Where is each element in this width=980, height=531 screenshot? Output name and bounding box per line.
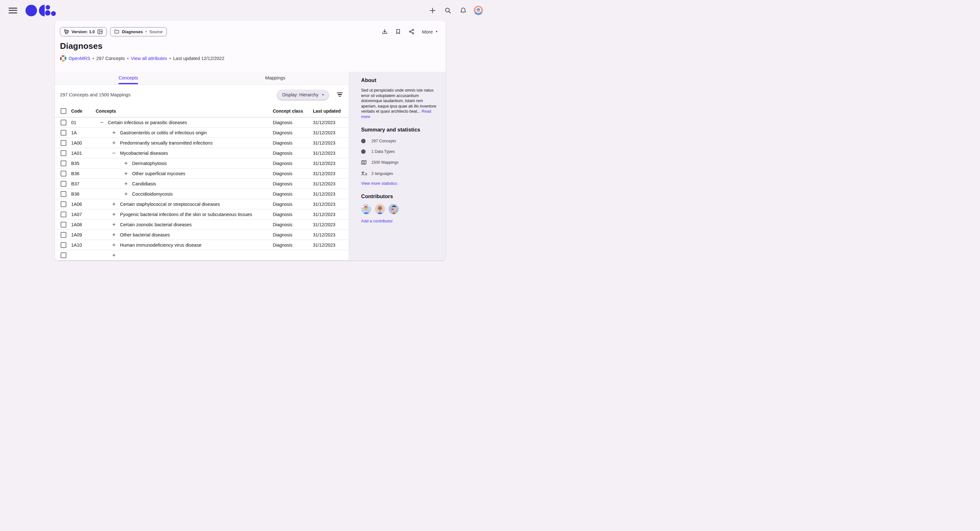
share-icon[interactable] [406, 27, 417, 37]
concept-code: 1A10 [71, 242, 96, 248]
view-attributes-link[interactable]: View all attributes [131, 56, 167, 61]
expand-icon[interactable]: + [111, 140, 116, 145]
expand-icon[interactable]: + [124, 171, 129, 176]
hamburger-menu-icon[interactable] [9, 8, 17, 13]
stat-mappings: 1500 Mappings [361, 160, 438, 165]
circle-icon [361, 139, 368, 143]
concept-name: Coccidioidomycosis [132, 191, 173, 196]
row-checkbox[interactable] [60, 222, 66, 228]
table-row[interactable]: + [55, 250, 349, 260]
table-row[interactable]: B35 + Dermatophytosis Diagnosis 31/12/20… [55, 158, 349, 169]
table-row[interactable]: B36 + Other superficial mycoses Diagnosi… [55, 169, 349, 179]
table-header-row: Code Concepts Concept class Last updated [55, 105, 349, 118]
bookmark-icon[interactable] [393, 27, 404, 37]
concept-name: Gastroenteritis or colitis of infectious… [120, 130, 207, 135]
concept-last-updated: 31/12/2023 [313, 130, 349, 135]
row-checkbox[interactable] [60, 120, 66, 125]
stat-concepts: 297 Concepts [361, 139, 438, 143]
stat-data-types: 1 Data Types [361, 149, 438, 154]
table-row[interactable]: 1A09 + Other bacterial diseases Diagnosi… [55, 230, 349, 240]
about-text: Sed ut perspiciatis unde omnis iste natu… [361, 88, 438, 120]
expand-icon[interactable]: + [111, 242, 116, 248]
concepts-count: 297 Concepts [96, 56, 125, 61]
row-checkbox[interactable] [60, 191, 66, 197]
row-checkbox[interactable] [60, 171, 66, 177]
table-row[interactable]: 1A01 − Mycobacterial diseases Diagnosis … [55, 148, 349, 158]
concept-code: 1A08 [71, 222, 96, 227]
ocl-logo[interactable] [25, 5, 54, 16]
concept-name: Other superficial mycoses [132, 171, 185, 176]
download-icon[interactable] [379, 27, 390, 37]
expand-icon[interactable]: + [111, 222, 116, 227]
expand-icon[interactable]: + [124, 161, 129, 166]
table-row[interactable]: 01 − Certain infectious or parasitic dis… [55, 118, 349, 128]
row-checkbox[interactable] [60, 232, 66, 238]
table-row[interactable]: 1A07 + Pyogenic bacterial infections of … [55, 209, 349, 220]
notifications-bell-icon[interactable] [458, 5, 469, 16]
main-panel: Concepts Mappings 297 Concepts and 1500 … [55, 72, 349, 260]
expand-icon[interactable]: + [111, 232, 116, 238]
table-row[interactable]: B38 + Coccidioidomycosis Diagnosis 31/12… [55, 189, 349, 199]
contributor-avatar[interactable] [361, 204, 371, 214]
source-card: Version: 1.0 Diagnoses • Source [55, 21, 445, 260]
expand-icon[interactable]: + [111, 130, 116, 135]
card-header: Version: 1.0 Diagnoses • Source [55, 21, 445, 72]
concept-code: 1A06 [71, 202, 96, 207]
collapse-icon[interactable]: − [111, 151, 116, 156]
table-row[interactable]: 1A + Gastroenteritis or colitis of infec… [55, 128, 349, 138]
more-button[interactable]: More ▾ [422, 29, 438, 35]
row-checkbox[interactable] [60, 161, 66, 166]
expand-icon[interactable]: + [124, 191, 129, 196]
user-avatar[interactable] [474, 6, 483, 15]
row-checkbox[interactable] [60, 150, 66, 156]
row-checkbox[interactable] [60, 201, 66, 207]
add-contributor-link[interactable]: Add a contributor [361, 218, 393, 223]
owner-link[interactable]: OpenMRS [68, 56, 90, 61]
expand-icon[interactable]: + [111, 212, 116, 217]
add-icon[interactable] [427, 5, 438, 16]
concept-name: Other bacterial diseases [120, 232, 170, 238]
contributor-avatar[interactable] [388, 204, 399, 214]
expand-icon[interactable]: + [111, 253, 116, 258]
contributor-avatar[interactable] [375, 204, 385, 214]
concept-last-updated: 31/12/2023 [313, 181, 349, 187]
expand-icon[interactable]: + [124, 181, 129, 187]
tab-concepts[interactable]: Concepts [55, 72, 202, 84]
concept-last-updated: 31/12/2023 [313, 222, 349, 227]
concept-last-updated: 31/12/2023 [313, 140, 349, 145]
hierarchy-icon [64, 29, 69, 34]
about-title: About [361, 77, 438, 83]
row-checkbox[interactable] [60, 130, 66, 136]
view-more-statistics-link[interactable]: View more statistics [361, 181, 397, 186]
version-panel-arrow-icon[interactable] [97, 29, 103, 35]
expand-icon[interactable]: + [111, 202, 116, 207]
select-all-checkbox[interactable] [60, 108, 66, 114]
collapse-icon[interactable]: − [99, 120, 104, 125]
source-chip[interactable]: Diagnoses • Source [110, 27, 167, 37]
concept-last-updated: 31/12/2023 [313, 191, 349, 196]
concept-code: 1A [71, 130, 96, 135]
table-row[interactable]: B37 + Candidiasis Diagnosis 31/12/2023 [55, 179, 349, 189]
row-checkbox[interactable] [60, 140, 66, 146]
concept-last-updated: 31/12/2023 [313, 161, 349, 166]
tab-mappings[interactable]: Mappings [202, 72, 349, 84]
concept-code: B36 [71, 171, 96, 176]
table-row[interactable]: 1A08 + Certain zoonotic bacterial diseas… [55, 220, 349, 230]
concept-last-updated: 31/12/2023 [313, 151, 349, 156]
table-row[interactable]: 1A00 + Predominantly sexually transmitte… [55, 138, 349, 148]
row-checkbox[interactable] [60, 252, 66, 258]
display-mode-button[interactable]: Display: Hierarchy ▾ [277, 90, 329, 100]
filter-icon[interactable] [334, 89, 345, 100]
table-row[interactable]: 1A06 + Certain staphylococcal or strepto… [55, 199, 349, 209]
row-checkbox[interactable] [60, 181, 66, 187]
table-row[interactable]: 1A10 + Human immunodeficiency virus dise… [55, 240, 349, 250]
circle-icon [361, 149, 368, 154]
concept-class: Diagnosis [273, 212, 313, 217]
concept-name: Candidiasis [132, 181, 156, 187]
search-icon[interactable] [442, 5, 453, 16]
row-checkbox[interactable] [60, 242, 66, 248]
version-chip[interactable]: Version: 1.0 [60, 27, 107, 37]
more-label: More [422, 29, 433, 35]
table-body: 01 − Certain infectious or parasitic dis… [55, 118, 349, 260]
row-checkbox[interactable] [60, 212, 66, 217]
